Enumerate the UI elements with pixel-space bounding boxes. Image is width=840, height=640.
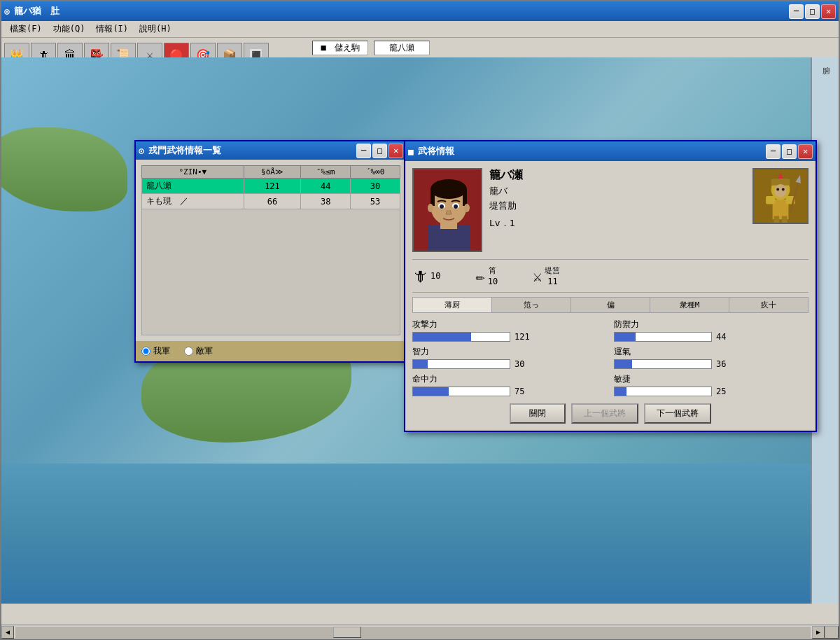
svg-point-20 — [774, 184, 786, 197]
detail-sub-name: 籠バ — [489, 185, 746, 197]
stat-intelligence-value: 30 — [514, 359, 536, 369]
detail-title-icon: ■ — [408, 146, 414, 157]
weapon-icon-0: 🗡 — [412, 267, 428, 285]
stat-accuracy-bar-row: 75 — [412, 387, 607, 396]
detail-maximize-button[interactable]: □ — [782, 144, 797, 159]
weapon-value-1: 10 — [488, 277, 498, 286]
stat-attack-value: 121 — [514, 332, 536, 342]
stat-group-right: 防禦力 44 運氣 — [614, 319, 808, 396]
weapon-icon-1: ✏ — [475, 267, 484, 285]
svg-point-11 — [428, 204, 433, 212]
table-row[interactable]: 籠八瀬 121 44 30 — [142, 179, 400, 194]
close-button[interactable]: ✕ — [821, 4, 836, 19]
island1 — [1, 127, 127, 211]
detail-minimize-button[interactable]: ─ — [766, 144, 780, 159]
detail-close-button[interactable]: ✕ — [798, 144, 813, 159]
stat-luck-bar-bg — [614, 359, 712, 369]
list-dialog: ⊙ 戎門武将情報一覧 ─ □ ✕ °ZIN•▼ §öÅ≫ ″%≤m ´%∞0 — [134, 140, 407, 363]
menu-help[interactable]: 說明(H) — [134, 22, 177, 36]
tab-3[interactable]: 衆種M — [650, 298, 729, 312]
stat-defense-value: 44 — [716, 332, 737, 342]
stat-defense-bar-bg — [614, 332, 712, 342]
svg-point-22 — [782, 188, 785, 191]
weapon-label-1: 筲 — [489, 265, 496, 276]
scroll-track[interactable] — [15, 627, 811, 638]
stat-intelligence-bar-bg — [412, 359, 510, 369]
svg-rect-6 — [463, 189, 467, 206]
tabs-row: 薄厨 笵っ 偏 衆種M 疚十 — [412, 297, 808, 313]
list-title-icon: ⊙ — [139, 146, 144, 156]
title-icon: ⊙ — [4, 6, 10, 17]
svg-rect-5 — [430, 189, 435, 206]
svg-rect-25 — [774, 216, 780, 223]
main-window: ⊙ 籠バ猶 肚 ─ □ ✕ 檔案(F) 功能(Q) 情報(I) 說明(H) 👑 … — [0, 0, 840, 640]
stat-accuracy-bar-fill — [413, 387, 449, 396]
info-box-stored: ■ 儲え駒 — [312, 41, 368, 55]
weapon-label-2: 堤筥 — [545, 265, 560, 276]
water — [1, 464, 813, 604]
stat-agility-bar-row: 25 — [614, 387, 808, 396]
radio-enemy-army-input[interactable] — [184, 347, 193, 356]
info-box-name: 籠八瀬 — [374, 41, 430, 55]
scroll-thumb[interactable] — [333, 627, 361, 638]
stat-attack-bar-row: 121 — [412, 332, 607, 342]
list-minimize-button[interactable]: ─ — [356, 144, 371, 158]
table-row[interactable]: キも現 ／ 66 38 53 — [142, 194, 400, 209]
list-close-button[interactable]: ✕ — [388, 144, 403, 158]
menu-function[interactable]: 功能(Q) — [48, 22, 91, 36]
tab-4[interactable]: 疚十 — [729, 298, 808, 312]
svg-rect-1 — [428, 225, 470, 252]
list-maximize-button[interactable]: □ — [372, 144, 387, 158]
scroll-right-arrow[interactable]: ▶ — [812, 626, 825, 639]
close-detail-button[interactable]: 關閉 — [510, 403, 566, 424]
stat-attack: 攻撃力 121 — [412, 319, 607, 342]
stat-accuracy-value: 75 — [514, 387, 536, 396]
minimize-button[interactable]: ─ — [789, 4, 804, 19]
col-val1: §öÅ≫ — [244, 166, 301, 179]
stat-attack-bar-fill — [413, 333, 471, 341]
stat-luck-value: 36 — [716, 359, 737, 369]
stat-agility-value: 25 — [716, 387, 737, 396]
row1-val1: 121 — [244, 179, 301, 194]
stat-accuracy: 命中力 75 — [412, 373, 607, 396]
detail-dialog: ■ 武将情報 ─ □ ✕ — [404, 140, 817, 432]
stat-defense-bar-fill — [615, 333, 636, 341]
list-titlebar: ⊙ 戎門武将情報一覧 ─ □ ✕ — [136, 141, 406, 160]
detail-titlebar: ■ 武将情報 ─ □ ✕ — [405, 141, 816, 161]
next-warrior-button[interactable]: 下一個武將 — [644, 403, 711, 424]
detail-buttons: 關閉 上一個武將 下一個武將 — [412, 403, 808, 424]
radio-enemy-army[interactable]: 敵軍 — [184, 345, 213, 357]
col-val3: ´%∞0 — [351, 166, 400, 179]
list-titlebar-buttons: ─ □ ✕ — [356, 144, 403, 158]
row2-val1: 66 — [244, 194, 301, 209]
main-titlebar: ⊙ 籠バ猶 肚 ─ □ ✕ — [1, 1, 839, 21]
detail-level: Lv．1 — [489, 217, 746, 230]
app-title: 籠バ猶 肚 — [14, 5, 59, 18]
svg-point-10 — [454, 204, 458, 209]
menu-file[interactable]: 檔案(F) — [4, 22, 48, 36]
radio-our-army[interactable]: 我軍 — [141, 345, 170, 357]
radio-our-army-input[interactable] — [141, 347, 150, 356]
stat-luck-bar-row: 36 — [614, 359, 808, 369]
menu-info[interactable]: 情報(I) — [90, 22, 134, 36]
stat-attack-bar-bg — [412, 332, 510, 342]
tab-2[interactable]: 偏 — [571, 298, 650, 312]
weapon-icon-2: ⚔ — [533, 267, 542, 285]
scroll-corner — [825, 626, 839, 639]
prev-warrior-button: 上一個武將 — [571, 403, 638, 424]
row2-val2: 38 — [301, 194, 351, 209]
stat-defense-bar-row: 44 — [614, 332, 808, 342]
col-val2: ″%≤m — [301, 166, 351, 179]
svg-point-9 — [440, 204, 444, 209]
list-title-left: ⊙ 戎門武将情報一覧 — [139, 144, 221, 157]
title-left: ⊙ 籠バ猶 肚 — [4, 5, 59, 18]
stats-grid: 攻撃力 121 智力 — [412, 319, 808, 396]
tab-0[interactable]: 薄厨 — [413, 298, 492, 312]
scroll-left-arrow[interactable]: ◀ — [1, 626, 14, 639]
maximize-button[interactable]: □ — [805, 4, 820, 19]
tab-1[interactable]: 笵っ — [492, 298, 571, 312]
stat-intelligence-bar-fill — [413, 360, 428, 368]
list-title: 戎門武将情報一覧 — [148, 144, 221, 157]
weapon-item-2: ⚔ 堤筥 11 — [533, 265, 560, 286]
row1-name: 籠八瀬 — [142, 179, 244, 194]
